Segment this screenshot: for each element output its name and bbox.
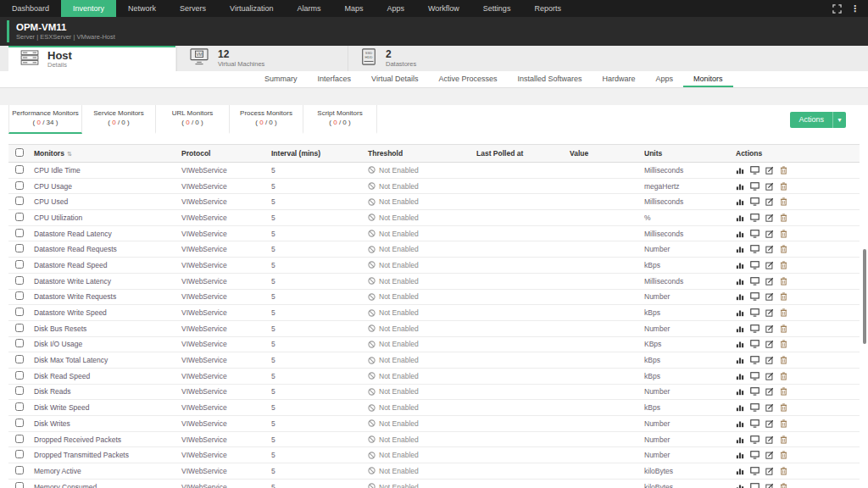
nav-item-reports[interactable]: Reports (522, 0, 573, 17)
monitor-name[interactable]: Dropped Received Packets (32, 435, 180, 444)
chart-icon[interactable] (736, 308, 744, 317)
tab-monitors[interactable]: Monitors (683, 71, 733, 87)
monitor-name[interactable]: Disk Writes (32, 419, 180, 428)
monitor-icon[interactable] (750, 435, 760, 444)
delete-icon[interactable] (780, 245, 787, 253)
nav-item-servers[interactable]: Servers (168, 0, 218, 17)
monitor-name[interactable]: CPU Used (32, 197, 180, 206)
monitor-icon[interactable] (750, 277, 760, 286)
kebab-menu-icon[interactable]: ⋮ (850, 4, 860, 14)
monitor-icon[interactable] (750, 419, 760, 428)
row-checkbox[interactable] (15, 276, 24, 285)
chart-icon[interactable] (736, 214, 744, 222)
edit-icon[interactable] (765, 340, 774, 348)
nav-item-workflow[interactable]: Workflow (416, 0, 471, 17)
monitor-icon[interactable] (750, 467, 760, 475)
delete-icon[interactable] (780, 435, 787, 444)
vertical-scrollbar[interactable] (863, 249, 866, 344)
edit-icon[interactable] (765, 372, 774, 380)
monitor-name[interactable]: Disk Write Speed (32, 403, 180, 412)
edit-icon[interactable] (765, 230, 774, 238)
monitor-name[interactable]: Memory Consumed (32, 483, 180, 488)
monitor-icon[interactable] (750, 387, 760, 396)
chart-icon[interactable] (736, 230, 744, 238)
delete-icon[interactable] (780, 467, 787, 475)
delete-icon[interactable] (780, 214, 787, 222)
monitor-icon[interactable] (750, 197, 760, 206)
monitor-icon[interactable] (750, 356, 760, 364)
edit-icon[interactable] (765, 214, 774, 222)
chart-icon[interactable] (736, 467, 744, 475)
row-checkbox[interactable] (15, 324, 24, 332)
monitor-icon[interactable] (750, 166, 760, 175)
delete-icon[interactable] (780, 230, 787, 238)
monitor-tab-process-monitors[interactable]: Process Monitors( 0 / 0 ) (230, 105, 303, 134)
tab-hardware[interactable]: Hardware (592, 71, 645, 87)
row-checkbox[interactable] (15, 291, 24, 300)
chart-icon[interactable] (736, 419, 744, 428)
edit-icon[interactable] (765, 308, 774, 317)
nav-item-settings[interactable]: Settings (471, 0, 523, 17)
chart-icon[interactable] (736, 277, 744, 286)
column-monitors[interactable]: Monitors⇅ (32, 149, 180, 158)
edit-icon[interactable] (765, 324, 774, 333)
monitor-name[interactable]: Disk Max Total Latency (32, 356, 180, 364)
chart-icon[interactable] (736, 387, 744, 396)
chart-icon[interactable] (736, 340, 744, 348)
row-checkbox[interactable] (15, 355, 24, 363)
monitor-icon[interactable] (750, 214, 760, 222)
delete-icon[interactable] (780, 403, 787, 412)
host-card[interactable]: Host Details (8, 46, 175, 71)
tab-interfaces[interactable]: Interfaces (308, 71, 362, 87)
row-checkbox[interactable] (15, 181, 24, 190)
monitor-icon[interactable] (750, 245, 760, 253)
monitor-icon[interactable] (750, 340, 760, 348)
row-checkbox[interactable] (15, 482, 24, 488)
edit-icon[interactable] (765, 277, 774, 286)
monitor-icon[interactable] (750, 483, 760, 488)
chart-icon[interactable] (736, 403, 744, 412)
row-checkbox[interactable] (15, 244, 24, 252)
delete-icon[interactable] (780, 372, 787, 380)
chart-icon[interactable] (736, 197, 744, 206)
monitor-name[interactable]: CPU Usage (32, 182, 180, 191)
nav-item-maps[interactable]: Maps (332, 0, 375, 17)
tab-installed-softwares[interactable]: Installed Softwares (507, 71, 592, 87)
select-all-checkbox[interactable] (15, 148, 24, 157)
delete-icon[interactable] (780, 419, 787, 428)
nav-item-network[interactable]: Network (116, 0, 168, 17)
datastores-card[interactable]: SSD HDD 2 Datastores (348, 46, 519, 71)
virtual-machines-card[interactable]: VM 12 Virtual Machines (176, 46, 348, 71)
chart-icon[interactable] (736, 324, 744, 333)
edit-icon[interactable] (765, 356, 774, 364)
monitor-name[interactable]: Datastore Read Requests (32, 245, 180, 253)
monitor-icon[interactable] (750, 324, 760, 333)
row-checkbox[interactable] (15, 466, 24, 474)
monitor-icon[interactable] (750, 308, 760, 317)
monitor-icon[interactable] (750, 403, 760, 412)
monitor-icon[interactable] (750, 182, 760, 191)
monitor-name[interactable]: Datastore Read Speed (32, 261, 180, 269)
tab-summary[interactable]: Summary (254, 71, 308, 87)
delete-icon[interactable] (780, 483, 787, 488)
edit-icon[interactable] (765, 292, 774, 301)
row-checkbox[interactable] (15, 197, 24, 205)
chart-icon[interactable] (736, 261, 744, 269)
row-checkbox[interactable] (15, 402, 24, 411)
actions-button[interactable]: Actions ▼ (790, 112, 846, 128)
monitor-name[interactable]: Datastore Write Speed (32, 308, 180, 317)
delete-icon[interactable] (780, 308, 787, 317)
row-checkbox[interactable] (15, 165, 24, 174)
edit-icon[interactable] (765, 483, 774, 488)
edit-icon[interactable] (765, 467, 774, 475)
chart-icon[interactable] (736, 356, 744, 364)
tab-virtual-details[interactable]: Virtual Details (361, 71, 428, 87)
monitor-icon[interactable] (750, 261, 760, 269)
row-checkbox[interactable] (15, 213, 24, 221)
row-checkbox[interactable] (15, 260, 24, 269)
nav-item-alarms[interactable]: Alarms (285, 0, 332, 17)
delete-icon[interactable] (780, 340, 787, 348)
delete-icon[interactable] (780, 387, 787, 396)
row-checkbox[interactable] (15, 419, 24, 427)
monitor-tab-url-monitors[interactable]: URL Monitors( 0 / 0 ) (156, 105, 230, 134)
